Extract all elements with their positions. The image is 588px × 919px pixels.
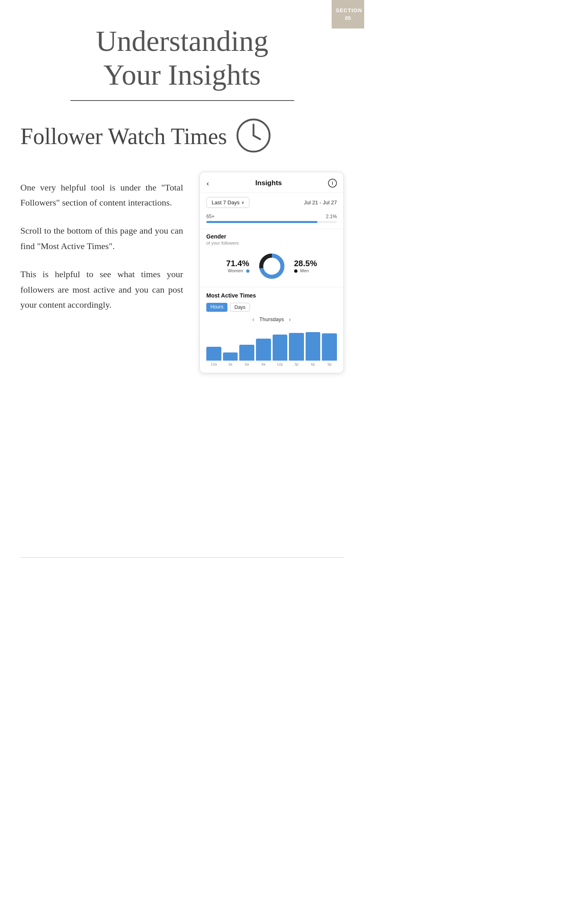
gender-men: 28.5% Men <box>294 259 317 273</box>
bar <box>239 345 254 361</box>
text-paragraph-2: Scroll to the bottom of this page and yo… <box>20 223 183 254</box>
text-column: One very helpful tool is under the "Tota… <box>20 172 183 326</box>
age-row: 65+ 2.1% <box>206 214 337 219</box>
bar-col <box>239 345 254 361</box>
women-label: Women <box>226 268 249 273</box>
age-bar-fill <box>206 221 317 223</box>
men-dot-icon <box>294 269 297 273</box>
page-title: Understanding Your Insights <box>33 24 332 92</box>
tab-row: Hours Days <box>206 303 337 312</box>
content-area: One very helpful tool is under the "Tota… <box>0 160 364 389</box>
bar <box>206 347 221 361</box>
day-label: Thursdays <box>259 316 284 322</box>
men-percentage: 28.5% <box>294 259 317 268</box>
bar-col <box>322 333 337 360</box>
men-label: Men <box>294 268 317 273</box>
chevron-down-icon: ∨ <box>241 200 244 205</box>
info-button[interactable]: i <box>328 179 337 188</box>
bar <box>306 332 321 361</box>
bar-time-label: 12p <box>273 362 288 366</box>
insights-title: Insights <box>256 179 282 187</box>
phone-mockup: ‹ Insights i Last 7 Days ∨ Jul 21 - Jul … <box>199 172 344 373</box>
bar-col <box>206 347 221 361</box>
section-badge: SECTION 05 <box>332 0 364 28</box>
bar-chart-labels: 12a3a6a9a12p3p6p9p <box>206 362 337 366</box>
bar <box>289 333 304 361</box>
filter-row: Last 7 Days ∨ Jul 21 - Jul 27 <box>200 193 343 211</box>
main-heading-area: Understanding Your Insights <box>0 0 364 101</box>
prev-day-button[interactable]: ‹ <box>252 316 254 323</box>
tab-hours[interactable]: Hours <box>206 303 227 312</box>
bar <box>223 352 238 360</box>
back-button[interactable]: ‹ <box>206 178 209 188</box>
tab-days[interactable]: Days <box>230 303 250 312</box>
bar-time-label: 3a <box>223 362 238 366</box>
gender-section: Gender of your followers 71.4% Women <box>200 229 343 287</box>
date-range: Jul 21 - Jul 27 <box>304 199 337 206</box>
svg-line-2 <box>254 136 260 139</box>
gender-subtitle: of your followers <box>206 241 337 245</box>
gender-women: 71.4% Women <box>226 259 249 273</box>
bar <box>256 339 271 360</box>
bar-time-label: 9a <box>256 362 271 366</box>
bar-col <box>289 333 304 361</box>
bar-time-label: 9p <box>322 362 337 366</box>
gender-row: 71.4% Women <box>206 252 337 280</box>
day-nav-row: ‹ Thursdays › <box>206 316 337 323</box>
section-label: SECTION <box>336 7 360 13</box>
bar-col <box>223 352 238 360</box>
insights-header: ‹ Insights i <box>200 172 343 193</box>
sub-heading-row: Follower Watch Times <box>0 101 364 160</box>
bar-col <box>306 332 321 361</box>
gender-title: Gender <box>206 233 337 240</box>
next-day-button[interactable]: › <box>289 316 291 323</box>
age-bar-track <box>206 221 337 223</box>
text-paragraph-1: One very helpful tool is under the "Tota… <box>20 180 183 210</box>
age-label: 65+ <box>206 214 214 219</box>
bar <box>322 333 337 360</box>
bar-time-label: 6a <box>239 362 254 366</box>
bar-col <box>256 339 271 360</box>
filter-button[interactable]: Last 7 Days ∨ <box>206 197 249 208</box>
age-section: 65+ 2.1% <box>200 211 343 229</box>
sub-heading: Follower Watch Times <box>20 123 227 149</box>
age-percentage: 2.1% <box>326 214 337 219</box>
women-percentage: 71.4% <box>226 259 249 268</box>
most-active-times-title: Most Active Times <box>206 292 337 299</box>
section-number: 05 <box>336 15 360 21</box>
bar-time-label: 3p <box>289 362 304 366</box>
bar-chart <box>206 328 337 361</box>
bar <box>273 335 288 360</box>
bar-time-label: 12a <box>206 362 221 366</box>
bottom-divider <box>20 557 344 558</box>
women-dot-icon <box>246 269 249 273</box>
text-paragraph-3: This is helpful to see what times your f… <box>20 267 183 312</box>
gender-donut-chart <box>258 252 286 280</box>
bar-time-label: 6p <box>306 362 321 366</box>
bar-col <box>273 335 288 360</box>
most-active-times-section: Most Active Times Hours Days ‹ Thursdays… <box>200 287 343 373</box>
clock-icon <box>235 117 272 155</box>
